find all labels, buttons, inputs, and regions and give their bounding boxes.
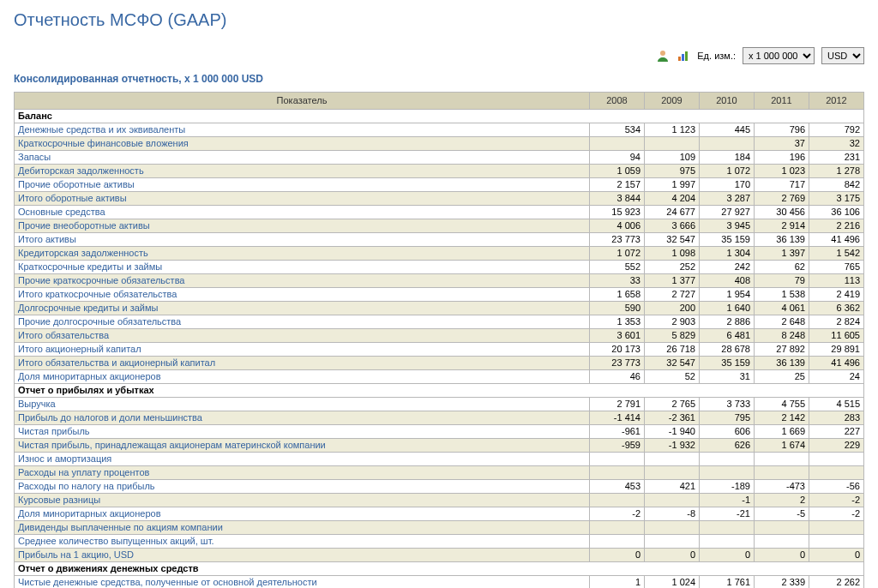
value-cell: 25 [755,370,809,384]
value-cell: 1 669 [755,425,809,439]
indicator-cell[interactable]: Дивиденды выплаченные по акциям компании [15,521,590,535]
table-row: Краткосрочные финансовые вложения3732 [15,137,864,151]
indicator-cell[interactable]: Выручка [15,398,590,411]
section-row: Отчет о прибылях и убытках [15,384,864,398]
value-cell: 0 [645,549,700,562]
value-cell: 94 [590,151,645,165]
table-row: Прочие краткосрочные обязательства331 37… [15,274,864,288]
indicator-cell[interactable]: Краткосрочные финансовые вложения [15,137,590,151]
value-cell: 52 [645,370,700,384]
report-table: Показатель 2008 2009 2010 2011 2012 Бала… [14,92,864,588]
indicator-cell[interactable]: Прочие внеоборотные активы [15,219,590,233]
value-cell: 2 727 [645,288,700,302]
indicator-cell[interactable]: Доля миноритарных акционеров [15,370,590,384]
indicator-cell[interactable]: Итого краткосрочные обязательства [15,288,590,302]
indicator-cell[interactable]: Итого обязательства и акционерный капита… [15,357,590,370]
indicator-cell[interactable]: Основные средства [15,206,590,219]
indicator-cell[interactable]: Итого активы [15,233,590,247]
value-cell: -961 [590,425,645,439]
indicator-cell[interactable]: Прочие оборотные активы [15,178,590,192]
value-cell [590,466,645,480]
indicator-cell[interactable]: Доля миноритарных акционеров [15,507,590,521]
indicator-cell[interactable]: Среднее количество выпущенных акций, шт. [15,535,590,549]
value-cell: 4 755 [755,398,809,411]
value-cell: 606 [700,425,755,439]
value-cell [809,466,864,480]
indicator-cell[interactable]: Итого оборотные активы [15,192,590,206]
indicator-cell[interactable]: Износ и амортизация [15,453,590,466]
user-icon[interactable] [656,49,670,63]
indicator-cell[interactable]: Дебиторская задолженность [15,165,590,178]
value-cell: -2 [590,507,645,521]
value-cell: 24 677 [645,206,700,219]
value-cell: 24 [809,370,864,384]
indicator-cell[interactable]: Итого акционерный капитал [15,343,590,357]
value-cell [809,453,864,466]
table-row: Итого краткосрочные обязательства1 6582 … [15,288,864,302]
value-cell: 842 [809,178,864,192]
value-cell: 35 159 [700,233,755,247]
unit-select[interactable]: x 1 000 000 [743,47,815,64]
value-cell [645,521,700,535]
value-cell: 11 605 [809,329,864,343]
table-row: Долгосрочные кредиты и займы5902001 6404… [15,302,864,315]
value-cell: 252 [645,261,700,274]
value-cell [590,521,645,535]
value-cell: 15 923 [590,206,645,219]
value-cell: 626 [700,439,755,453]
indicator-cell[interactable]: Запасы [15,151,590,165]
value-cell: 33 [590,274,645,288]
value-cell: 3 733 [700,398,755,411]
indicator-cell[interactable]: Кредиторская задолженность [15,247,590,261]
table-row: Износ и амортизация [15,453,864,466]
value-cell [755,535,809,549]
indicator-cell[interactable]: Краткосрочные кредиты и займы [15,261,590,274]
value-cell [700,466,755,480]
value-cell: 0 [755,549,809,562]
table-row: Расходы по налогу на прибыль453421-189-4… [15,480,864,494]
value-cell: 717 [755,178,809,192]
value-cell: 1 658 [590,288,645,302]
value-cell: 1 059 [590,165,645,178]
section-label: Отчет о прибылях и убытках [15,384,864,398]
value-cell: 109 [645,151,700,165]
value-cell: 1 954 [700,288,755,302]
value-cell [590,535,645,549]
table-row: Прочие долгосрочные обязательства1 3532 … [15,315,864,329]
table-row: Чистая прибыль, принадлежащая акционерам… [15,439,864,453]
value-cell: 27 927 [700,206,755,219]
value-cell: 1 761 [700,576,755,589]
indicator-cell[interactable]: Прочие долгосрочные обязательства [15,315,590,329]
value-cell: 4 006 [590,219,645,233]
value-cell: -1 [700,494,755,507]
indicator-cell[interactable]: Чистая прибыль [15,425,590,439]
indicator-cell[interactable]: Расходы на уплату процентов [15,466,590,480]
value-cell: -189 [700,480,755,494]
table-row: Краткосрочные кредиты и займы55225224262… [15,261,864,274]
indicator-cell[interactable]: Расходы по налогу на прибыль [15,480,590,494]
value-cell: 2 886 [700,315,755,329]
value-cell: 283 [809,411,864,425]
chart-icon[interactable] [677,49,690,63]
value-cell: 552 [590,261,645,274]
indicator-cell[interactable]: Прочие краткосрочные обязательства [15,274,590,288]
currency-select[interactable]: USD [821,47,864,64]
indicator-cell[interactable]: Курсовые разницы [15,494,590,507]
value-cell: 196 [755,151,809,165]
value-cell: 765 [809,261,864,274]
value-cell: 26 718 [645,343,700,357]
indicator-cell[interactable]: Чистые денежные средства, полученные от … [15,576,590,589]
indicator-cell[interactable]: Итого обязательства [15,329,590,343]
value-cell: -5 [755,507,809,521]
indicator-cell[interactable]: Денежные средства и их эквиваленты [15,123,590,137]
indicator-cell[interactable]: Чистая прибыль, принадлежащая акционерам… [15,439,590,453]
indicator-cell[interactable]: Прибыль до налогов и доли меньшинства [15,411,590,425]
value-cell: 3 666 [645,219,700,233]
value-cell: 170 [700,178,755,192]
value-cell: 0 [700,549,755,562]
indicator-cell[interactable]: Долгосрочные кредиты и займы [15,302,590,315]
section-row: Баланс [15,110,864,123]
value-cell: 3 175 [809,192,864,206]
value-cell: -959 [590,439,645,453]
indicator-cell[interactable]: Прибыль на 1 акцию, USD [15,549,590,562]
